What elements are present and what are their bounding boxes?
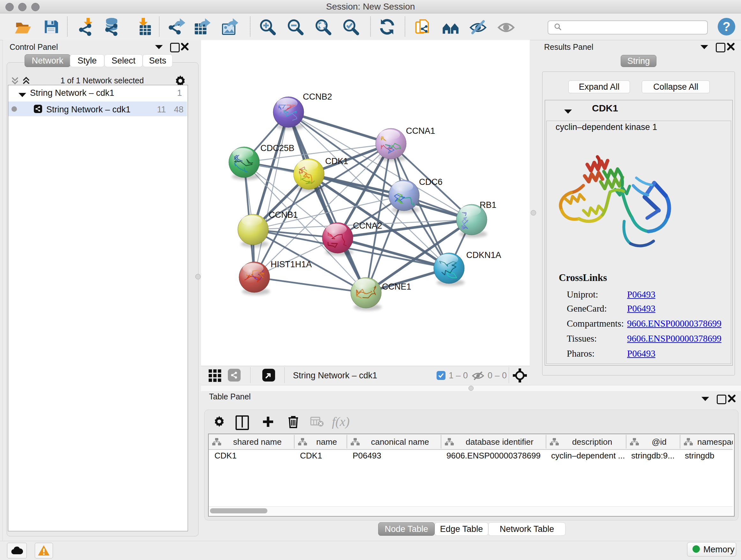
svg-text:CCNA1: CCNA1 bbox=[406, 126, 435, 136]
svg-text:CCNA2: CCNA2 bbox=[353, 221, 382, 231]
svg-text:CDC25B: CDC25B bbox=[260, 143, 294, 153]
svg-text:CCNE1: CCNE1 bbox=[382, 282, 411, 292]
svg-text:CDKN1A: CDKN1A bbox=[466, 250, 501, 260]
svg-text:HIST1H1A: HIST1H1A bbox=[271, 260, 312, 269]
svg-text:CCNB2: CCNB2 bbox=[303, 92, 332, 102]
svg-text:CDC6: CDC6 bbox=[419, 177, 443, 187]
svg-text:CDK1: CDK1 bbox=[325, 157, 348, 166]
svg-text:RB1: RB1 bbox=[480, 200, 496, 210]
svg-text:CCNB1: CCNB1 bbox=[269, 210, 298, 220]
